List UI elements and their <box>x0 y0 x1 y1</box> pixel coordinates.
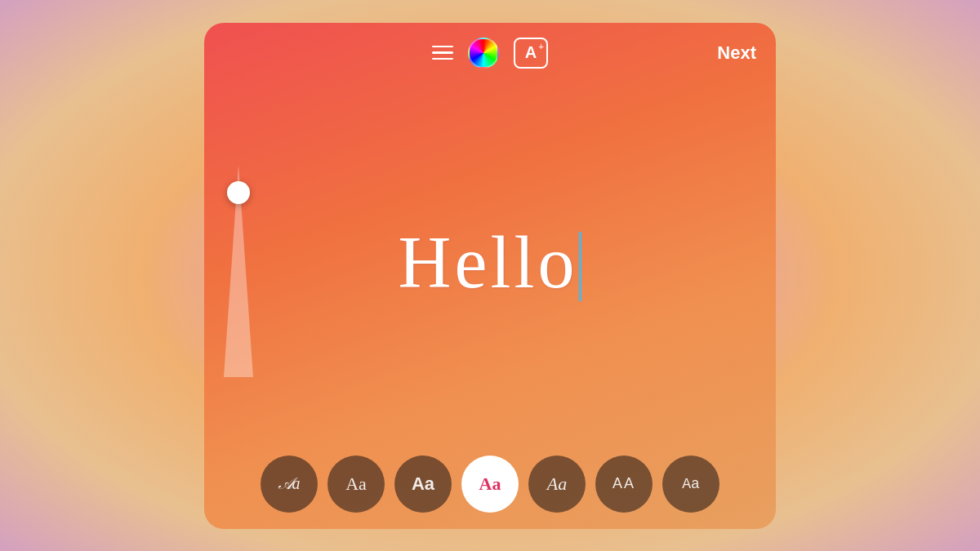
font-label-active: Aa <box>479 473 501 495</box>
font-btn-bold[interactable]: Aa <box>394 455 452 513</box>
toolbar: A + Next <box>204 23 776 83</box>
font-bar: 𝒜a Aa Aa Aa Aa AA Aa <box>204 442 776 529</box>
text-style-button[interactable]: A + <box>514 38 548 69</box>
next-button[interactable]: Next <box>717 42 756 64</box>
main-content: Hello <box>204 83 776 442</box>
text-cursor <box>579 232 581 301</box>
font-btn-mono[interactable]: Aa <box>662 455 719 513</box>
color-wheel-icon[interactable] <box>468 38 499 69</box>
slider-track <box>237 132 240 377</box>
font-label-caps: AA <box>612 475 635 492</box>
font-label-italic: Aa <box>547 473 567 495</box>
font-btn-caps[interactable]: AA <box>595 455 653 513</box>
toolbar-center: A + <box>432 38 548 69</box>
font-btn-active[interactable]: Aa <box>461 455 519 513</box>
font-btn-italic[interactable]: Aa <box>528 455 586 513</box>
slider-thumb[interactable] <box>227 181 250 204</box>
font-btn-script[interactable]: 𝒜a <box>261 455 318 513</box>
font-btn-serif[interactable]: Aa <box>327 455 385 513</box>
align-icon[interactable] <box>432 46 453 60</box>
canvas-text: Hello <box>399 222 582 303</box>
text-style-plus: + <box>538 41 544 53</box>
hello-word: Hello <box>399 222 578 303</box>
font-label-serif: Aa <box>345 473 367 495</box>
font-label-mono: Aa <box>682 476 700 492</box>
font-label-script: 𝒜a <box>278 474 301 493</box>
size-slider[interactable] <box>237 132 240 393</box>
app-container: A + Next Hello 𝒜a Aa <box>204 23 776 529</box>
canvas-text-area[interactable]: Hello <box>399 220 582 305</box>
font-label-bold: Aa <box>412 473 434 495</box>
text-style-letter: A <box>525 43 537 62</box>
